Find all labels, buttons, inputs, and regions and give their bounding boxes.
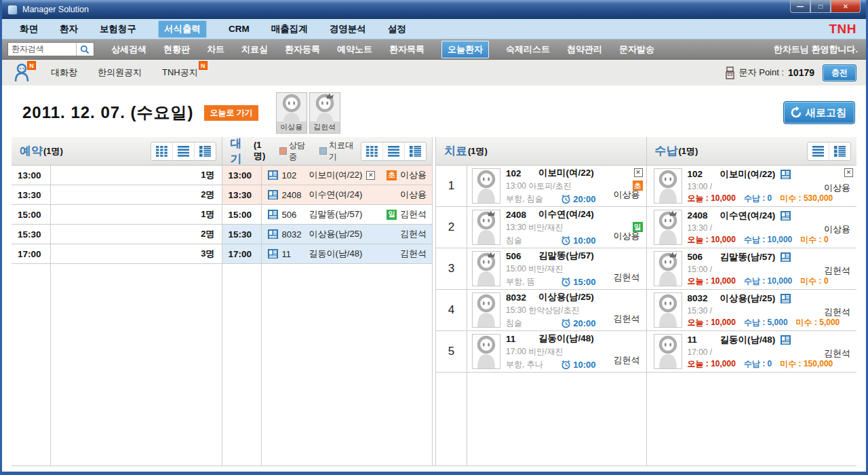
due-amount: 미수 : 0 [800,234,828,246]
treatment-row[interactable]: 511길동이(남/48)17:00 비만/재진부항, 추나10:00김헌석 [436,331,646,373]
chart-doc-icon[interactable] [781,211,791,221]
chart-number: 2408 [688,210,715,221]
messenger-icon[interactable]: N [13,62,36,83]
close-button[interactable]: ✕ [831,0,861,13]
menu-item-서식출력[interactable]: 서식출력 [158,20,207,38]
detail-view-icon[interactable] [829,142,850,160]
alarm-time: 20:00 [573,194,595,204]
patient-name-line: 102이보미(여/22) [506,167,599,179]
patient-name: 이보미(여/22) [538,167,594,179]
alarm-timer: 15:00 [561,277,595,287]
reservation-row[interactable]: 15:302명 [12,225,222,244]
chart-doc-icon[interactable] [268,249,278,259]
treatment-row[interactable]: 22408이수연(여/24)13:30 비만/재진침술10:00일이상용 [436,207,646,248]
chart-doc-icon[interactable] [268,190,278,200]
doctor-avatar[interactable]: 김헌석 [309,92,340,134]
waiting-time: 17:00 [222,249,261,259]
notice-item-한의원공지[interactable]: 한의원공지 [98,66,142,79]
toolbar-item-첩약관리[interactable]: 첩약관리 [567,43,602,56]
notice-item-TNH공지[interactable]: TNH공지N [162,66,198,79]
status-columns: 예약 (1명) 13:001명13:302명15:001명15:302명17:0… [12,137,856,466]
menu-item-화면[interactable]: 화면 [20,23,38,35]
waiting-row[interactable]: 13:302408이수연(여/24)이상용 [222,185,433,205]
chart-number: 11 [506,334,533,344]
remove-icon[interactable]: ✕ [366,171,375,180]
toolbar-item-숙제리스트[interactable]: 숙제리스트 [506,43,550,56]
treatment-row[interactable]: 3506김말똥(남/57)15:00 비만/재진부항, 뜸15:00김헌석 [436,248,646,290]
treatment-row[interactable]: 1102이보미(여/22)13:00 아토피/초진부항, 침술20:00✕초이상… [436,166,646,207]
payment-row[interactable]: 506김말똥(남/57)15:00 /오늘 : 10,000수납 : 10,00… [647,248,857,290]
visit-type-badge: 초 [387,170,397,180]
toolbar-item-차트[interactable]: 차트 [207,43,224,56]
minimize-button[interactable]: — [790,0,810,13]
reservation-row[interactable]: 13:001명 [12,166,222,185]
menu-item-CRM[interactable]: CRM [229,24,250,34]
menu-item-보험청구[interactable]: 보험청구 [100,23,136,35]
visit-info: 13:00 아토피/초진 [506,180,599,192]
chart-doc-icon[interactable] [268,210,278,219]
detail-view-icon[interactable] [194,142,216,160]
go-today-button[interactable]: 오늘로 가기 [204,105,258,121]
payment-row[interactable]: 102이보미(여/22)13:00 /오늘 : 10,000수납 : 0미수 :… [647,166,857,207]
list-view-icon[interactable] [382,142,404,160]
remove-icon[interactable]: ✕ [844,168,853,177]
waiting-row[interactable]: 17:0011길동이(남/48)김헌석 [222,244,433,264]
toolbar-item-예약노트[interactable]: 예약노트 [337,43,372,56]
chart-doc-icon[interactable] [781,170,791,179]
notice-item-대화창[interactable]: 대화창 [51,66,77,79]
list-view-icon[interactable] [808,142,829,160]
detail-view-icon[interactable] [404,142,426,160]
reservation-row[interactable]: 17:003명 [12,244,222,264]
patient-avatar [654,168,682,204]
grid-view-icon[interactable] [361,142,382,160]
toolbar-item-문자발송[interactable]: 문자발송 [619,43,654,56]
waiting-row[interactable]: 13:00102이보미(여/22)✕초이상용 [222,166,433,185]
maximize-button[interactable]: □ [810,0,831,13]
paid-amount: 수납 : 10,000 [744,276,792,287]
menu-item-설정[interactable]: 설정 [388,23,406,35]
toolbar-item-환자목록[interactable]: 환자목록 [389,43,425,56]
patient-search-input[interactable] [8,45,76,54]
reservation-header: 예약 (1명) [12,137,222,166]
treatment-line: 부항, 침술20:00 [506,193,599,205]
waiting-row[interactable]: 15:00506김말똥(남/57)일김헌석 [222,205,433,225]
waiting-row[interactable]: 15:308032이상용(남/25)김헌석 [222,225,433,244]
payment-row[interactable]: 11길동이(남/48)17:00 /오늘 : 10,000수납 : 0미수 : … [647,331,857,373]
treatment-order-number: 4 [436,303,467,317]
chart-doc-icon[interactable] [268,229,278,239]
toolbar-item-환자등록[interactable]: 환자등록 [285,43,320,56]
visit-info: 15:30 한약상담/초진 [506,305,599,316]
toolbar-item-현황판[interactable]: 현황판 [163,43,190,56]
toolbar-item-상세검색[interactable]: 상세검색 [111,43,146,56]
refresh-button[interactable]: 새로고침 [783,101,855,124]
chart-doc-icon[interactable] [781,252,791,262]
grid-view-icon[interactable] [151,142,172,160]
chart-doc-icon[interactable] [781,335,791,345]
doctor-name: 이상용 [400,189,432,201]
patient-name-line: 506김말똥(남/57) [688,251,850,263]
chart-doc-icon[interactable] [268,170,278,180]
reservation-row[interactable]: 13:302명 [12,185,222,205]
treatment-items: 침술 [506,235,522,246]
alarm-timer: 10:00 [561,235,595,246]
payment-row[interactable]: 2408이수연(여/24)13:30 /오늘 : 10,000수납 : 10,0… [647,207,857,248]
payment-row[interactable]: 8032이상용(남/25)15:30 /오늘 : 10,000수납 : 5,00… [647,290,857,331]
treatment-row[interactable]: 48032이상용(남/25)15:30 한약상담/초진침술20:00김헌석 [436,290,646,331]
charge-button[interactable]: 충전 [823,64,856,81]
treatment-order-number: 2 [436,221,467,234]
menu-item-매출집계[interactable]: 매출집계 [271,23,308,35]
doctor-name: 이상용 [824,223,850,235]
toolbar-item-치료실[interactable]: 치료실 [241,43,268,56]
title-bar: Manager Solution — □ ✕ [2,0,866,19]
patient-avatar [472,251,500,286]
chart-doc-icon[interactable] [781,294,791,303]
menu-item-경영분석[interactable]: 경영분석 [330,23,366,35]
menu-item-환자[interactable]: 환자 [60,23,78,35]
reservation-row[interactable]: 15:001명 [12,205,222,225]
list-view-icon[interactable] [172,142,194,160]
toolbar-item-오늘환자[interactable]: 오늘환자 [441,41,489,58]
search-icon[interactable] [76,43,92,56]
legend-swatch [279,147,287,155]
doctor-avatar[interactable]: 이상용 [276,92,307,134]
remove-icon[interactable]: ✕ [634,168,643,177]
